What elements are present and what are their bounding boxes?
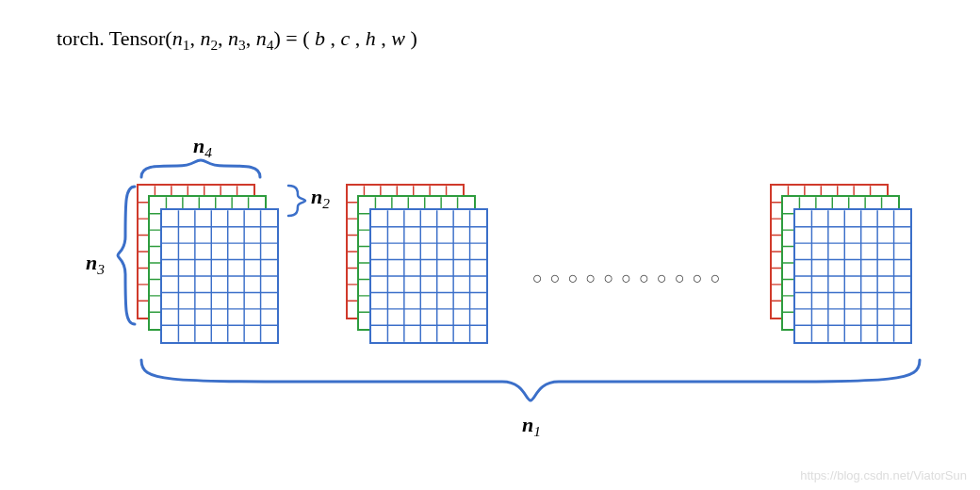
eq-n4: n xyxy=(256,26,267,50)
label-n4-n: n xyxy=(193,134,204,157)
eq-sep3: , xyxy=(246,26,256,50)
label-n4: n4 xyxy=(193,134,212,161)
label-n1-s: 1 xyxy=(533,423,541,439)
eq-n2: n xyxy=(200,26,210,50)
ellipsis-dots: ○○○○○○○○○○○ xyxy=(532,269,728,288)
eq-n3: n xyxy=(228,26,238,50)
brace-n4 xyxy=(139,158,262,181)
brace-n1 xyxy=(139,358,922,415)
eq-c: c xyxy=(341,26,351,50)
eq-s2: 2 xyxy=(210,37,218,53)
tensor-stack-2 xyxy=(346,184,492,349)
grid-icon xyxy=(795,210,910,342)
label-n1-n: n xyxy=(522,413,533,436)
eq-s4: 4 xyxy=(267,37,274,53)
eq-h: h xyxy=(366,26,376,50)
grid-icon xyxy=(371,210,486,342)
eq-sep1: , xyxy=(189,26,200,50)
eq-prefix: torch. Tensor( xyxy=(57,26,172,50)
tensor-stack-last xyxy=(770,184,916,349)
eq-seph: , xyxy=(376,26,392,50)
label-n1: n1 xyxy=(522,413,541,440)
eq-sepc: , xyxy=(350,26,366,50)
watermark: https://blog.csdn.net/ViatorSun xyxy=(800,468,967,482)
label-n3: n3 xyxy=(86,251,105,278)
eq-s3: 3 xyxy=(238,37,246,53)
eq-b: b xyxy=(315,26,325,50)
label-n3-n: n xyxy=(86,251,97,274)
eq-sepb: , xyxy=(325,26,341,50)
eq-close: ) = ( xyxy=(274,26,316,50)
eq-n1: n xyxy=(172,26,183,50)
channel-blue xyxy=(369,208,488,344)
tensor-diagram: ○○○○○○○○○○○ xyxy=(137,184,938,363)
channel-blue xyxy=(793,208,912,344)
eq-sep2: , xyxy=(218,26,228,50)
channel-blue xyxy=(160,208,279,344)
tensor-equation: torch. Tensor(n1, n2, n3, n4) = ( b , c … xyxy=(57,26,417,54)
grid-icon xyxy=(162,210,277,342)
eq-close2: ) xyxy=(405,26,417,50)
label-n3-s: 3 xyxy=(97,261,105,277)
tensor-stack-1 xyxy=(137,184,283,349)
brace-n3 xyxy=(116,185,139,326)
eq-w: w xyxy=(391,26,405,50)
